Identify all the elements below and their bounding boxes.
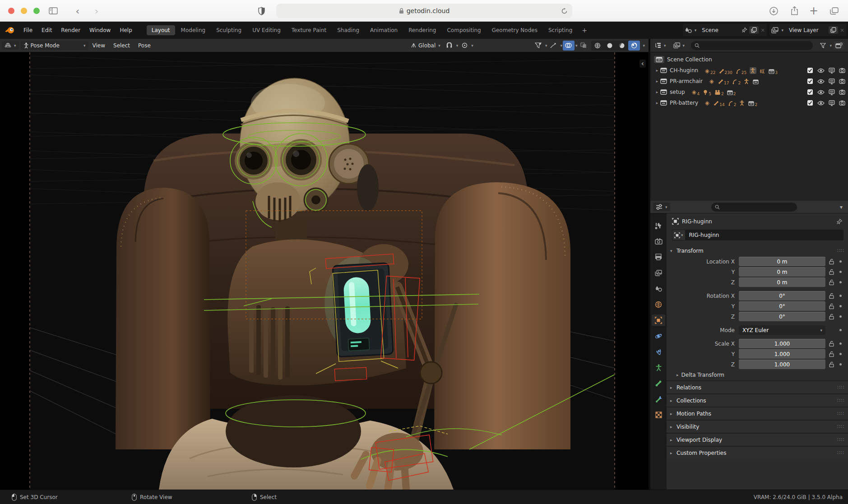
zoom-window-button[interactable] [33, 8, 40, 14]
tab-bone-constraints-icon[interactable] [652, 393, 665, 405]
properties-search-input[interactable] [722, 204, 793, 210]
pin-icon[interactable] [741, 27, 747, 33]
view-layer-icon[interactable] [771, 27, 778, 33]
rotation-z-input[interactable]: 0° [739, 312, 825, 321]
blender-logo[interactable] [5, 26, 15, 34]
workspace-tab-uv-editing[interactable]: UV Editing [247, 25, 286, 35]
menu-render[interactable]: Render [56, 25, 85, 35]
editor-type-button[interactable]: ▾ [2, 41, 19, 50]
animate-dot[interactable] [837, 363, 843, 365]
workspace-tab-modeling[interactable]: Modeling [176, 25, 211, 35]
expand-icon[interactable]: ▸ [654, 68, 660, 73]
outliner-search[interactable] [691, 41, 813, 50]
new-tab-icon[interactable]: + [807, 5, 820, 17]
gizmo-caret[interactable]: ▾ [560, 43, 562, 48]
minimize-window-button[interactable] [21, 8, 27, 14]
workspace-tab-compositing[interactable]: Compositing [442, 25, 486, 35]
add-workspace-button[interactable]: + [578, 25, 591, 36]
animate-dot[interactable] [837, 315, 843, 318]
reload-icon[interactable] [561, 8, 568, 14]
tab-physics-icon[interactable] [652, 330, 665, 342]
view-layer-name[interactable]: View Layer [785, 27, 827, 33]
scene-browse-caret[interactable]: ▾ [695, 28, 697, 32]
scene-name[interactable]: Scene [698, 27, 740, 33]
new-scene-copy-icon[interactable] [749, 26, 759, 34]
disable-viewport-icon[interactable] [829, 79, 835, 84]
checkbox-icon[interactable] [807, 100, 813, 106]
scale-x-input[interactable]: 1.000 [739, 339, 825, 348]
checkbox-icon[interactable] [807, 78, 813, 84]
animate-dot[interactable] [837, 260, 843, 263]
disable-viewport-icon[interactable] [829, 68, 835, 74]
share-icon[interactable] [788, 5, 801, 17]
animate-dot[interactable] [837, 353, 843, 355]
shield-icon[interactable] [255, 5, 268, 17]
properties-search[interactable] [711, 203, 797, 212]
expand-icon[interactable]: ▸ [654, 90, 660, 94]
lock-icon[interactable] [825, 314, 837, 319]
shading-rendered-icon[interactable] [628, 41, 640, 51]
proportional-caret[interactable]: ▾ [471, 43, 473, 48]
panel-visibility[interactable]: ▸Visibility∷∷ [667, 420, 848, 433]
downloads-icon[interactable] [767, 5, 780, 17]
lock-icon[interactable] [825, 269, 837, 275]
pin-id-icon[interactable] [836, 218, 843, 225]
lock-icon[interactable] [825, 361, 837, 367]
outliner-row-setup[interactable]: ▸ setup 4 5 2 2 [650, 87, 848, 97]
tab-constraints-icon[interactable] [652, 346, 665, 357]
show-hide-filter-icon[interactable] [533, 41, 544, 51]
workspace-tab-geometry-nodes[interactable]: Geometry Nodes [487, 25, 542, 35]
filter-caret[interactable]: ▾ [829, 43, 832, 48]
outliner-row-pr-battery[interactable]: ▸ PR-battery 14 2 2 [650, 97, 848, 108]
disable-viewport-icon[interactable] [829, 100, 835, 106]
tab-scene-icon[interactable] [652, 283, 665, 294]
outliner-row-scene-collection[interactable]: Scene Collection [650, 54, 848, 65]
menu-help[interactable]: Help [115, 25, 136, 35]
remove-view-layer-icon[interactable]: × [840, 27, 844, 33]
outliner-filter-id-icon[interactable]: ▾ [671, 41, 688, 50]
drag-dots-icon[interactable]: ∷∷ [837, 437, 844, 443]
lock-icon[interactable] [825, 351, 837, 357]
animate-dot[interactable] [837, 271, 843, 273]
view-layer-browse-caret[interactable]: ▾ [781, 28, 783, 32]
scale-z-input[interactable]: 1.000 [739, 360, 825, 369]
panel-collections[interactable]: ▸Collections∷∷ [667, 393, 848, 407]
viewport-3d[interactable]: ‹ [0, 52, 649, 490]
outliner-row-ch-huginn[interactable]: ▸ CH-huginn 22 230 25 3 [650, 65, 848, 76]
tab-texture-icon[interactable] [652, 409, 665, 421]
workspace-tab-animation[interactable]: Animation [365, 25, 403, 35]
tab-object-icon[interactable] [652, 314, 665, 326]
hide-eye-icon[interactable] [817, 68, 825, 73]
hide-eye-icon[interactable] [817, 79, 825, 84]
animate-dot[interactable] [837, 281, 843, 283]
drag-dots-icon[interactable]: ∷∷ [837, 398, 844, 403]
tab-world-icon[interactable] [652, 299, 665, 310]
shading-wireframe-icon[interactable] [592, 41, 603, 51]
checkbox-icon[interactable] [807, 89, 813, 95]
close-window-button[interactable] [8, 8, 14, 14]
panel-motion-paths[interactable]: ▸Motion Paths∷∷ [667, 407, 848, 420]
viewport-menu-select[interactable]: Select [109, 41, 134, 50]
outliner-search-input[interactable] [702, 42, 809, 49]
disable-viewport-icon[interactable] [829, 89, 835, 95]
properties-editor-type-button[interactable]: ▾ [653, 203, 670, 211]
new-collection-button[interactable] [834, 42, 844, 50]
disable-render-icon[interactable] [839, 100, 845, 106]
filter-funnel-icon[interactable] [817, 41, 829, 51]
animate-dot[interactable] [837, 295, 843, 297]
sidebar-expand-arrow[interactable]: ‹ [639, 60, 646, 68]
tab-render-icon[interactable] [652, 236, 665, 247]
tab-overview-icon[interactable] [828, 5, 840, 17]
lock-icon[interactable] [825, 303, 837, 309]
orientation-dropdown[interactable]: Global ▾ [408, 41, 443, 50]
location-x-input[interactable]: 0 m [739, 257, 825, 266]
expand-icon[interactable]: ▸ [654, 101, 660, 105]
scene-icon[interactable] [685, 27, 692, 33]
tab-bone-icon[interactable] [652, 378, 665, 389]
workspace-tab-layout[interactable]: Layout [147, 25, 175, 35]
viewport-canvas[interactable] [0, 52, 649, 490]
proportional-edit-icon[interactable] [459, 41, 470, 51]
lock-icon[interactable] [825, 341, 837, 347]
disable-render-icon[interactable] [839, 68, 845, 73]
disable-render-icon[interactable] [839, 79, 845, 84]
